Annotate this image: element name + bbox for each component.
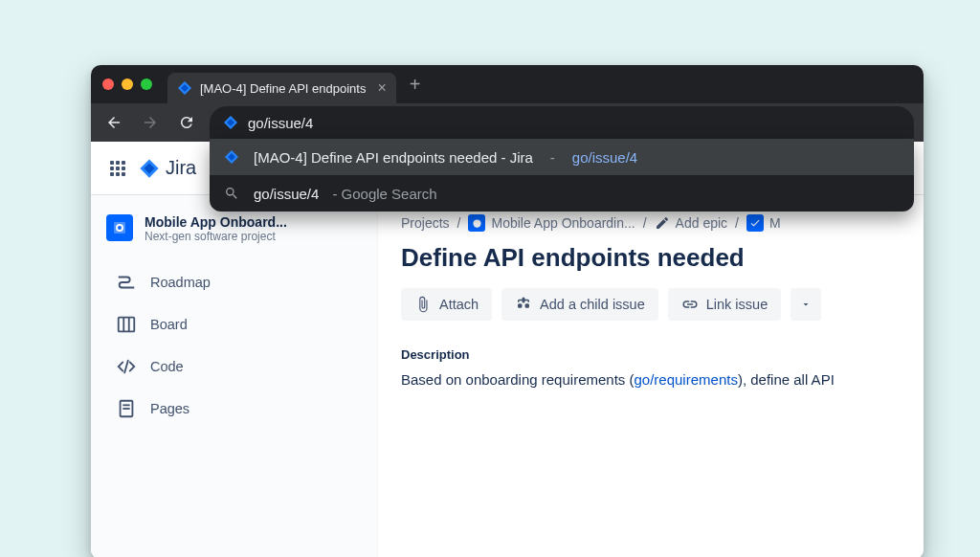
board-icon (116, 314, 137, 335)
suggestion-separator: - (550, 149, 555, 166)
svg-point-1 (118, 226, 122, 230)
svg-rect-2 (119, 318, 135, 332)
product-name: Jira (166, 157, 196, 179)
link-issue-label: Link issue (706, 297, 768, 312)
description-label: Description (401, 347, 901, 362)
description-text[interactable]: Based on onboarding requirements (go/req… (401, 371, 901, 388)
suggestion-url: go/issue/4 (572, 149, 637, 166)
sidebar-nav: Roadmap Board Code Pages (106, 264, 362, 427)
sidebar-item-label: Code (150, 359, 184, 374)
jira-icon (223, 148, 240, 166)
roadmap-icon (116, 272, 137, 293)
tab-strip: [MAO-4] Define API endpoints × + (91, 65, 924, 103)
new-tab-button[interactable]: + (404, 74, 427, 96)
link-issue-button[interactable]: Link issue (668, 288, 781, 321)
omnibox-suggestion-page[interactable]: [MAO-4] Define API endpoints needed - Ji… (210, 139, 914, 175)
sidebar-item-label: Board (150, 317, 188, 332)
breadcrumb-epic-label: Add epic (676, 215, 727, 231)
breadcrumb-project[interactable]: Mobile App Onboardin... (468, 214, 635, 232)
reload-button[interactable] (173, 109, 200, 136)
address-bar[interactable]: go/issue/4 (210, 106, 914, 139)
sidebar-item-label: Pages (150, 401, 189, 416)
sidebar: Mobile App Onboard... Next-gen software … (91, 195, 378, 557)
pencil-icon (655, 215, 670, 231)
task-type-icon (746, 214, 764, 232)
arrow-left-icon (105, 114, 122, 131)
suggestion-title: [MAO-4] Define API endpoints needed - Ji… (254, 149, 533, 166)
traffic-lights (102, 78, 152, 90)
tab-title: [MAO-4] Define API endpoints (200, 81, 366, 96)
app-switcher-icon[interactable] (106, 157, 129, 180)
add-child-issue-button[interactable]: Add a child issue (501, 288, 658, 321)
link-icon (681, 296, 699, 313)
jira-icon (177, 80, 192, 96)
url-text: go/issue/4 (248, 115, 313, 131)
search-icon (223, 185, 240, 202)
suggestion-engine: - Google Search (332, 186, 436, 202)
omnibox-container: go/issue/4 [MAO-4] Define API endpoints … (210, 106, 914, 139)
project-avatar-icon (106, 214, 133, 241)
breadcrumb-project-name: Mobile App Onboardin... (491, 215, 635, 231)
breadcrumb-issue[interactable]: M (746, 214, 781, 232)
sidebar-item-code[interactable]: Code (106, 348, 362, 385)
chevron-down-icon (800, 299, 812, 310)
sidebar-item-roadmap[interactable]: Roadmap (106, 264, 362, 301)
tab-close-icon[interactable]: × (377, 79, 386, 97)
child-issue-icon (515, 296, 532, 313)
svg-point-8 (473, 219, 480, 227)
omnibox-dropdown: [MAO-4] Define API endpoints needed - Ji… (210, 139, 914, 212)
pages-icon (116, 398, 137, 419)
description-link[interactable]: go/requirements (635, 371, 738, 388)
project-avatar-icon (468, 214, 485, 232)
project-header[interactable]: Mobile App Onboard... Next-gen software … (106, 214, 362, 243)
sidebar-item-pages[interactable]: Pages (106, 390, 362, 427)
issue-panel: Projects / Mobile App Onboardin... / Add… (378, 195, 924, 557)
browser-tab[interactable]: [MAO-4] Define API endpoints × (167, 73, 396, 103)
breadcrumb-epic[interactable]: Add epic (655, 215, 727, 231)
reload-icon (178, 114, 195, 131)
browser-window: [MAO-4] Define API endpoints × + go/issu… (91, 65, 924, 557)
jira-icon (139, 158, 160, 179)
omnibox-suggestion-search[interactable]: go/issue/4 - Google Search (210, 175, 914, 212)
window-minimize-button[interactable] (122, 78, 133, 90)
sidebar-item-board[interactable]: Board (106, 306, 362, 343)
child-issue-label: Add a child issue (540, 297, 645, 312)
attach-icon (414, 296, 432, 313)
issue-title[interactable]: Define API endpoints needed (401, 243, 901, 273)
attach-label: Attach (439, 297, 479, 312)
breadcrumb-issue-label: M (769, 215, 781, 231)
breadcrumb-projects[interactable]: Projects (401, 215, 450, 231)
jira-icon (223, 115, 238, 130)
attach-button[interactable]: Attach (401, 288, 492, 321)
back-button[interactable] (100, 109, 127, 136)
issue-actions: Attach Add a child issue Link issue (401, 288, 901, 321)
project-subtitle: Next-gen software project (145, 230, 287, 243)
content-area: Mobile App Onboard... Next-gen software … (91, 195, 924, 557)
code-icon (116, 356, 137, 377)
more-actions-button[interactable] (791, 288, 821, 321)
forward-button (137, 109, 164, 136)
suggestion-query: go/issue/4 (254, 186, 319, 202)
window-close-button[interactable] (102, 78, 114, 90)
arrow-right-icon (142, 114, 159, 131)
sidebar-item-label: Roadmap (150, 275, 211, 290)
jira-logo[interactable]: Jira (139, 157, 196, 179)
browser-toolbar: go/issue/4 [MAO-4] Define API endpoints … (91, 103, 924, 142)
project-name: Mobile App Onboard... (145, 214, 287, 230)
window-zoom-button[interactable] (141, 78, 152, 90)
breadcrumb: Projects / Mobile App Onboardin... / Add… (401, 214, 901, 232)
